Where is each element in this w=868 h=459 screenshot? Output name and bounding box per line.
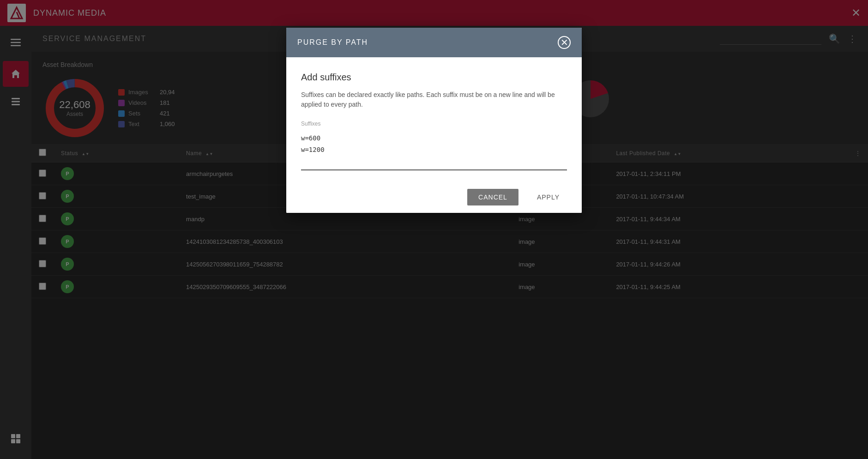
modal-section-title: Add suffixes [301,72,567,83]
modal-footer: CANCEL APPLY [286,181,582,213]
apply-button[interactable]: APPLY [526,189,571,205]
modal-overlay: PURGE BY PATH ✕ Add suffixes Suffixes ca… [0,0,868,459]
cancel-button[interactable]: CANCEL [467,189,518,205]
modal-description: Suffixes can be declared exactly like pa… [301,90,567,109]
modal-header: PURGE BY PATH ✕ [286,28,582,57]
modal-title: PURGE BY PATH [297,38,368,47]
purge-by-path-modal: PURGE BY PATH ✕ Add suffixes Suffixes ca… [286,28,582,213]
modal-field-label: Suffixes [301,121,567,127]
modal-body: Add suffixes Suffixes can be declared ex… [286,57,582,181]
suffixes-textarea[interactable]: w=600 w=1200 [301,131,567,170]
modal-close-button[interactable]: ✕ [558,36,571,49]
